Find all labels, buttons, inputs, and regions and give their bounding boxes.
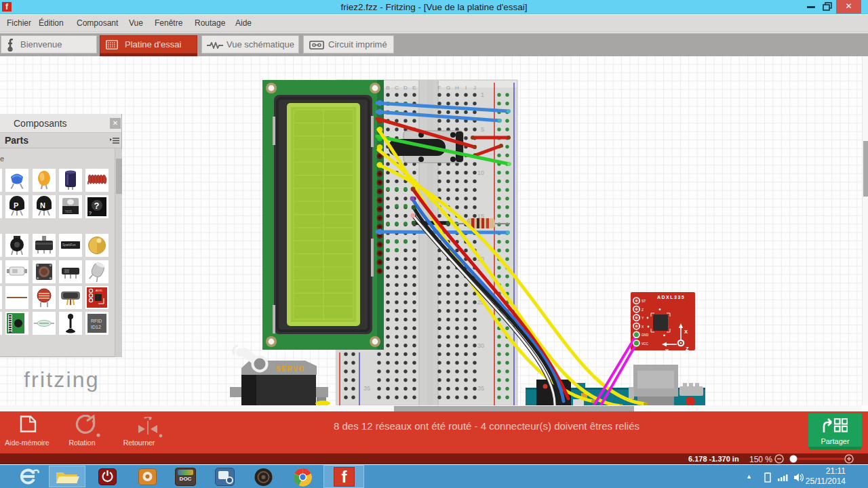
svg-text:J: J: [473, 85, 476, 91]
svg-text:7805: 7805: [64, 209, 72, 214]
svg-text:N: N: [40, 201, 45, 209]
svg-text:C: C: [395, 85, 399, 91]
svg-text:X: X: [684, 329, 688, 335]
svg-text:G: G: [446, 85, 450, 91]
svg-text:I: I: [465, 85, 467, 91]
svg-text:RFID: RFID: [91, 319, 102, 323]
svg-text:H: H: [455, 85, 459, 91]
svg-text:?: ?: [94, 201, 100, 211]
svg-text:?: ?: [89, 211, 92, 216]
svg-text:VCC: VCC: [642, 342, 648, 346]
svg-text:10: 10: [477, 169, 484, 176]
svg-text:ADXL: ADXL: [96, 289, 103, 292]
svg-text:1: 1: [481, 92, 484, 98]
svg-text:ADXL335: ADXL335: [657, 295, 685, 300]
svg-text:SparkFun: SparkFun: [62, 243, 76, 247]
svg-text:5: 5: [481, 126, 484, 133]
svg-text:30: 30: [477, 342, 484, 349]
svg-text:Z: Z: [642, 308, 644, 312]
svg-text:fritzing: fritzing: [24, 367, 100, 392]
svg-text:35: 35: [363, 385, 370, 392]
svg-text:Z: Z: [686, 346, 689, 352]
svg-text:F: F: [438, 85, 441, 91]
svg-text:Y: Y: [665, 348, 669, 354]
svg-text:E: E: [412, 85, 416, 91]
svg-text:ID12: ID12: [91, 325, 101, 329]
svg-text:35: 35: [477, 385, 484, 392]
svg-text:D: D: [403, 85, 408, 91]
svg-text:ST: ST: [642, 299, 646, 303]
svg-text:GND: GND: [642, 333, 649, 337]
svg-text:B: B: [386, 85, 389, 91]
svg-text:SERVO: SERVO: [276, 365, 305, 373]
svg-text:P: P: [14, 201, 18, 209]
